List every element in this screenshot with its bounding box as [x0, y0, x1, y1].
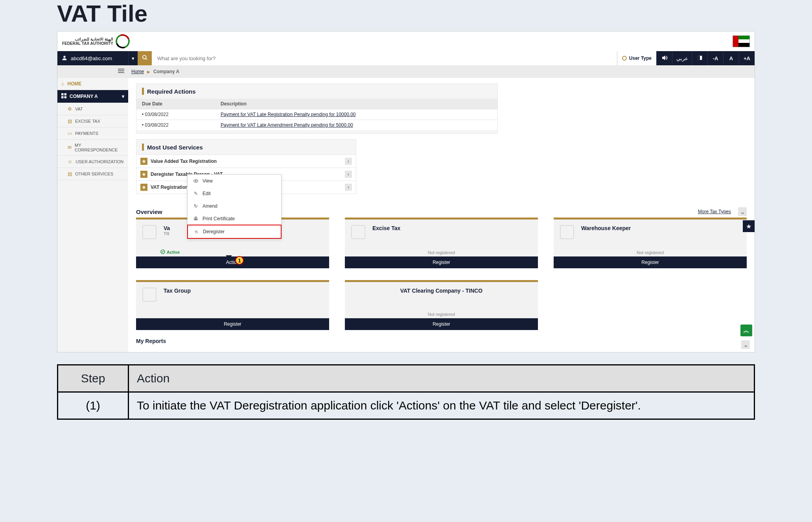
font-decrease-label: -A [713, 55, 718, 61]
action-link[interactable]: Payment for VAT Late Registration Penalt… [221, 112, 356, 117]
sidebar-item-company[interactable]: COMPANY A ▾ [57, 90, 128, 103]
tile-status [136, 315, 329, 318]
content: Required Actions Due Date Description • … [128, 78, 755, 352]
dropdown-label: View [203, 178, 213, 184]
font-normal-label: A [729, 55, 733, 61]
dropdown-item-deregister[interactable]: ⎋ Deregister [187, 225, 282, 239]
tile-register-button[interactable]: Register [345, 318, 538, 330]
sidebar-home-label: HOME [67, 81, 81, 87]
account-box[interactable]: abcd64@abc.com [57, 51, 128, 65]
dropdown-label: Print Certificate [203, 216, 235, 221]
search-icon [142, 55, 148, 62]
eye-icon [193, 178, 199, 184]
sidebar-item-home[interactable]: ⌂ HOME [57, 78, 128, 90]
col-due-date: Due Date [142, 101, 221, 107]
fta-logo: الهيئة الاتحادية للضرائب FEDERAL TAX AUT… [62, 34, 130, 48]
tile-register-button[interactable]: Register [136, 318, 329, 330]
tiles-row-1: View ✎ Edit ↻ Amend 🖶 Print Certifica [136, 218, 747, 268]
breadcrumb-current: Company A [153, 69, 179, 74]
step-action-table: Step Action (1) To initiate the VAT Dere… [57, 364, 755, 420]
star-icon: ★ [140, 184, 147, 191]
dropdown-item-view[interactable]: View [188, 175, 281, 187]
callout-badge: 1 [235, 256, 244, 265]
breadcrumb: Home ▶ Company A [128, 69, 179, 74]
svg-point-1 [142, 55, 146, 59]
svg-rect-10 [61, 96, 63, 98]
sidebar-item-label: PAYMENTS [75, 131, 98, 136]
service-row[interactable]: ★Value Added Tax Registration › [136, 155, 356, 168]
reports-collapse[interactable]: ⌄ [741, 340, 750, 349]
tile-title: Warehouse Keeper [581, 225, 740, 231]
grid-icon [61, 93, 66, 100]
dropdown-label: Deregister [203, 229, 225, 234]
sound-button[interactable] [656, 51, 672, 65]
language-button[interactable]: عربي [672, 51, 692, 65]
sidebar-item-excise[interactable]: ▤ EXCISE TAX [57, 115, 128, 127]
logo-bar: الهيئة الاتحادية للضرائب FEDERAL TAX AUT… [57, 31, 755, 51]
col-description: Description [221, 101, 247, 107]
sidebar-item-label: EXCISE TAX [75, 119, 100, 124]
font-normal-button[interactable]: A [723, 51, 739, 65]
tile-warehouse: Warehouse Keeper Not registered Register [554, 218, 747, 268]
dropdown-label: Amend [203, 203, 217, 209]
callout-pointer-icon [226, 255, 232, 259]
gear-icon: ⚙ [68, 106, 72, 112]
tile-status: Not registered [554, 249, 747, 256]
user-type-button[interactable]: User Type [617, 51, 656, 65]
step-action-text: To initiate the VAT Deregistration appli… [129, 392, 755, 419]
breadcrumb-sep-icon: ▶ [147, 70, 150, 74]
overview-title: Overview [136, 208, 162, 215]
wallet-icon: ▭ [68, 131, 72, 136]
font-increase-button[interactable]: +A [739, 51, 755, 65]
sidebar-item-label: USER AUTHORIZATION [75, 159, 123, 164]
action-link[interactable]: Payment for VAT Late Amendment Penalty p… [221, 122, 353, 128]
tile-status: Not registered [345, 249, 538, 256]
sidebar-item-correspondence[interactable]: ✉ MY CORRESPONDENCE [57, 140, 128, 156]
favorites-tab[interactable]: ★ [743, 220, 755, 232]
account-chevron[interactable]: ▾ [128, 51, 138, 65]
logo-text-en: FEDERAL TAX AUTHORITY [62, 41, 113, 46]
tile-tax-group: Tax Group Register [136, 280, 329, 330]
sidebar-item-other-services[interactable]: ▤ OTHER SERVICES [57, 168, 128, 180]
sidebar-company-label: COMPANY A [70, 94, 98, 99]
sidebar: ⌂ HOME COMPANY A ▾ ⚙ VAT [57, 78, 128, 352]
logo-circle-icon [113, 32, 132, 51]
required-action-row: • 03/08/2022 Payment for VAT Late Regist… [136, 109, 497, 120]
sidebar-item-label: VAT [75, 107, 83, 111]
svg-point-0 [63, 55, 65, 57]
tile-register-button[interactable]: Register [554, 256, 747, 268]
mail-icon: ✉ [68, 145, 72, 150]
tile-register-button[interactable]: Register [345, 256, 538, 268]
tile-title: VAT Clearing Company - TINCO [351, 288, 532, 294]
page-heading: VAT Tile [57, 0, 812, 27]
search-button[interactable] [138, 51, 152, 65]
hamburger-icon[interactable] [118, 68, 124, 75]
star-icon: ★ [746, 223, 751, 230]
user-type-dot-icon [622, 56, 627, 61]
dropdown-item-amend[interactable]: ↻ Amend [188, 200, 281, 212]
overview-collapse[interactable]: ⌄ [738, 207, 747, 216]
more-tax-types-link[interactable]: More Tax Types [698, 209, 731, 214]
svg-rect-9 [64, 93, 66, 95]
font-increase-label: +A [744, 55, 750, 61]
tile-excise: Excise Tax Not registered Register [345, 218, 538, 268]
tile-action-button[interactable]: Action [136, 256, 329, 268]
contrast-button[interactable] [692, 51, 707, 65]
dropdown-item-edit[interactable]: ✎ Edit [188, 187, 281, 200]
sidebar-item-user-auth[interactable]: ☺ USER AUTHORIZATION [57, 156, 128, 168]
search-input[interactable] [157, 55, 612, 62]
uae-flag-icon [733, 35, 750, 47]
breadcrumb-home[interactable]: Home [131, 69, 144, 74]
sidebar-item-vat[interactable]: ⚙ VAT [57, 103, 128, 115]
breadcrumb-bar: Home ▶ Company A [57, 65, 755, 78]
svg-line-2 [145, 58, 147, 59]
step-number: (1) [58, 392, 129, 419]
scroll-top-button[interactable]: ︽ [740, 325, 752, 336]
deregister-icon: ⎋ [193, 229, 199, 234]
star-icon: ★ [140, 171, 147, 178]
font-decrease-button[interactable]: -A [707, 51, 723, 65]
warehouse-icon [560, 225, 574, 239]
dropdown-item-print[interactable]: 🖶 Print Certificate [188, 212, 281, 225]
most-used-title: Most Used Services [147, 144, 203, 151]
sidebar-item-payments[interactable]: ▭ PAYMENTS [57, 127, 128, 140]
